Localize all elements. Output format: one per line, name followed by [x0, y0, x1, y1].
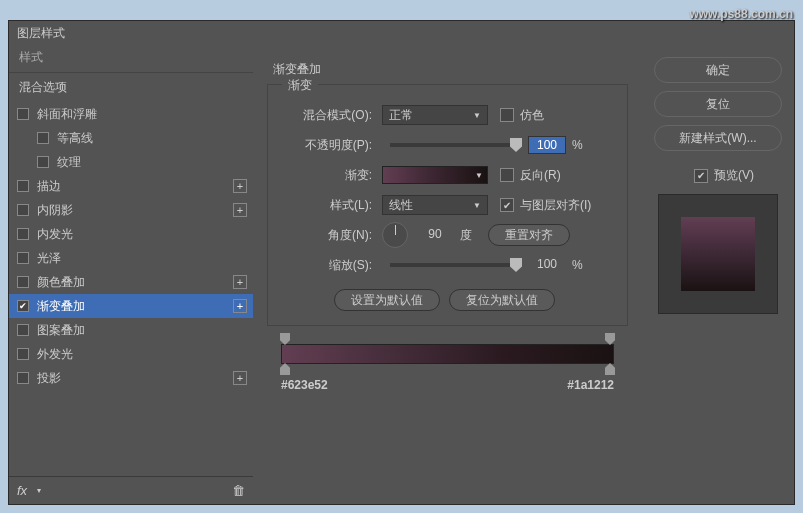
add-effect-icon[interactable]: + — [233, 203, 247, 217]
opacity-stop-left[interactable] — [280, 333, 290, 345]
sidebar-head-styles[interactable]: 样式 — [9, 43, 253, 73]
style-label: 渐变叠加 — [37, 298, 233, 315]
hex-right: #1a1212 — [567, 378, 614, 392]
style-label: 样式(L): — [286, 197, 382, 214]
chevron-down-icon: ▼ — [473, 111, 481, 120]
style-item-8[interactable]: 渐变叠加+ — [9, 294, 253, 318]
titlebar: 图层样式 — [9, 21, 794, 43]
new-style-button[interactable]: 新建样式(W)... — [654, 125, 782, 151]
opacity-slider[interactable] — [390, 143, 520, 147]
style-checkbox[interactable] — [37, 132, 49, 144]
style-label: 光泽 — [37, 250, 247, 267]
reset-default-button[interactable]: 复位为默认值 — [449, 289, 555, 311]
style-checkbox[interactable] — [17, 228, 29, 240]
style-checkbox[interactable] — [17, 252, 29, 264]
style-item-6[interactable]: 光泽 — [9, 246, 253, 270]
watermark: www.ps88.com.cn — [689, 2, 793, 23]
style-label: 投影 — [37, 370, 233, 387]
sidebar: 样式 混合选项 斜面和浮雕等高线纹理描边+内阴影+内发光光泽颜色叠加+渐变叠加+… — [9, 43, 253, 504]
angle-label: 角度(N): — [286, 227, 382, 244]
gradient-fieldset: 渐变 混合模式(O): 正常▼ 仿色 不透明度(P): 100 % 渐变: ▼ — [267, 84, 628, 326]
reverse-label: 反向(R) — [520, 167, 561, 184]
align-label: 与图层对齐(I) — [520, 197, 591, 214]
sidebar-footer: fx ▾ 🗑 — [9, 476, 253, 504]
gradient-bar[interactable] — [281, 344, 614, 364]
style-checkbox[interactable] — [17, 180, 29, 192]
ok-button[interactable]: 确定 — [654, 57, 782, 83]
fx-menu-arrow-icon[interactable]: ▾ — [37, 486, 41, 495]
style-checkbox[interactable] — [17, 300, 29, 312]
style-item-7[interactable]: 颜色叠加+ — [9, 270, 253, 294]
style-checkbox[interactable] — [17, 324, 29, 336]
color-stop-right[interactable] — [605, 363, 615, 375]
slider-thumb[interactable] — [510, 138, 522, 152]
section-title: 渐变叠加 — [273, 61, 628, 78]
style-label: 描边 — [37, 178, 233, 195]
right-panel: 确定 复位 新建样式(W)... 预览(V) — [642, 43, 794, 504]
style-checkbox[interactable] — [17, 108, 29, 120]
style-label: 外发光 — [37, 346, 247, 363]
color-stop-left[interactable] — [280, 363, 290, 375]
add-effect-icon[interactable]: + — [233, 299, 247, 313]
style-item-4[interactable]: 内阴影+ — [9, 198, 253, 222]
chevron-down-icon: ▼ — [473, 201, 481, 210]
cancel-button[interactable]: 复位 — [654, 91, 782, 117]
make-default-button[interactable]: 设置为默认值 — [334, 289, 440, 311]
preview-label: 预览(V) — [714, 167, 754, 184]
style-item-5[interactable]: 内发光 — [9, 222, 253, 246]
center-panel: 渐变叠加 渐变 混合模式(O): 正常▼ 仿色 不透明度(P): 100 % 渐… — [253, 43, 642, 504]
blend-mode-select[interactable]: 正常▼ — [382, 105, 488, 125]
style-item-11[interactable]: 投影+ — [9, 366, 253, 390]
style-checkbox[interactable] — [17, 204, 29, 216]
add-effect-icon[interactable]: + — [233, 179, 247, 193]
angle-unit: 度 — [460, 227, 472, 244]
add-effect-icon[interactable]: + — [233, 371, 247, 385]
scale-unit: % — [572, 258, 583, 272]
sidebar-blend-options[interactable]: 混合选项 — [9, 73, 253, 102]
style-item-10[interactable]: 外发光 — [9, 342, 253, 366]
style-label: 内发光 — [37, 226, 247, 243]
style-item-9[interactable]: 图案叠加 — [9, 318, 253, 342]
style-checkbox[interactable] — [17, 348, 29, 360]
style-checkbox[interactable] — [37, 156, 49, 168]
style-checkbox[interactable] — [17, 276, 29, 288]
preview-checkbox[interactable] — [694, 169, 708, 183]
style-item-1[interactable]: 等高线 — [9, 126, 253, 150]
blend-mode-label: 混合模式(O): — [286, 107, 382, 124]
style-select[interactable]: 线性▼ — [382, 195, 488, 215]
reset-align-button[interactable]: 重置对齐 — [488, 224, 570, 246]
preview-swatch — [681, 217, 755, 291]
style-label: 颜色叠加 — [37, 274, 233, 291]
angle-dial[interactable] — [382, 222, 408, 248]
opacity-unit: % — [572, 138, 583, 152]
hex-left: #623e52 — [281, 378, 328, 392]
style-item-0[interactable]: 斜面和浮雕 — [9, 102, 253, 126]
reverse-checkbox[interactable] — [500, 168, 514, 182]
align-checkbox[interactable] — [500, 198, 514, 212]
style-item-3[interactable]: 描边+ — [9, 174, 253, 198]
style-label: 纹理 — [57, 154, 247, 171]
scale-label: 缩放(S): — [286, 257, 382, 274]
opacity-label: 不透明度(P): — [286, 137, 382, 154]
layer-style-dialog: 图层样式 样式 混合选项 斜面和浮雕等高线纹理描边+内阴影+内发光光泽颜色叠加+… — [8, 20, 795, 505]
gradient-label: 渐变: — [286, 167, 382, 184]
angle-input[interactable]: 90 — [416, 226, 454, 244]
trash-icon[interactable]: 🗑 — [232, 483, 245, 498]
gradient-swatch[interactable]: ▼ — [382, 166, 488, 184]
fx-icon[interactable]: fx — [17, 483, 27, 498]
style-label: 图案叠加 — [37, 322, 247, 339]
dither-checkbox[interactable] — [500, 108, 514, 122]
style-label: 内阴影 — [37, 202, 233, 219]
fieldset-legend: 渐变 — [282, 77, 318, 94]
style-checkbox[interactable] — [17, 372, 29, 384]
scale-input[interactable]: 100 — [528, 256, 566, 274]
scale-slider[interactable] — [390, 263, 520, 267]
add-effect-icon[interactable]: + — [233, 275, 247, 289]
style-label: 等高线 — [57, 130, 247, 147]
dither-label: 仿色 — [520, 107, 544, 124]
style-item-2[interactable]: 纹理 — [9, 150, 253, 174]
slider-thumb[interactable] — [510, 258, 522, 272]
opacity-stop-right[interactable] — [605, 333, 615, 345]
opacity-input[interactable]: 100 — [528, 136, 566, 154]
preview-box — [658, 194, 778, 314]
